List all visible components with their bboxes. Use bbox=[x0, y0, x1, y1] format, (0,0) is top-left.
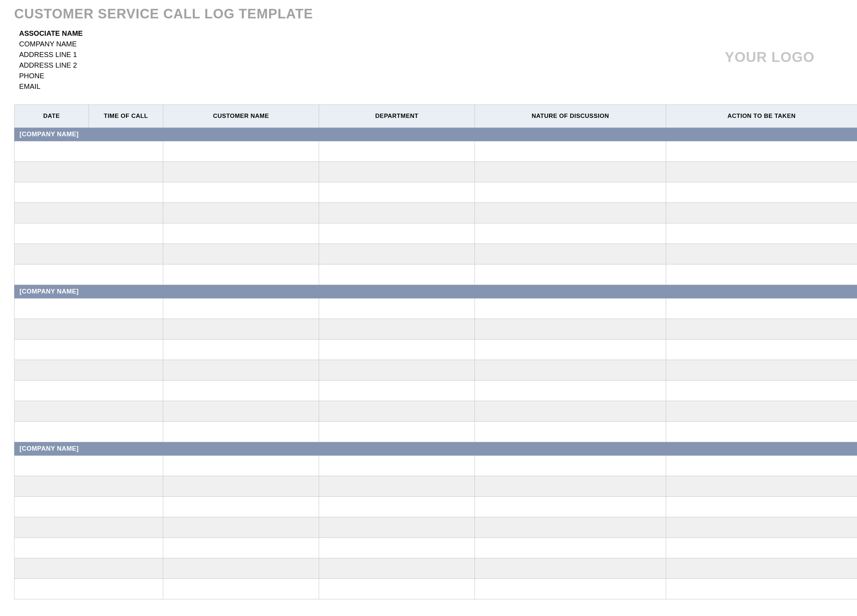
input-nature[interactable] bbox=[478, 245, 664, 263]
cell-action[interactable] bbox=[666, 538, 857, 558]
cell-nature[interactable] bbox=[475, 223, 666, 244]
input-customer[interactable] bbox=[167, 539, 317, 557]
input-action[interactable] bbox=[670, 361, 855, 379]
input-date[interactable] bbox=[18, 320, 87, 338]
input-date[interactable] bbox=[18, 518, 87, 536]
cell-dept[interactable] bbox=[319, 223, 475, 244]
cell-dept[interactable] bbox=[319, 298, 475, 319]
cell-customer[interactable] bbox=[163, 538, 319, 558]
input-customer[interactable] bbox=[167, 142, 317, 161]
input-nature[interactable] bbox=[478, 559, 664, 577]
input-customer[interactable] bbox=[167, 266, 317, 284]
input-time[interactable] bbox=[93, 266, 161, 284]
cell-customer[interactable] bbox=[163, 340, 319, 360]
cell-time[interactable] bbox=[89, 381, 163, 401]
input-customer[interactable] bbox=[167, 518, 317, 536]
cell-date[interactable] bbox=[14, 319, 89, 340]
cell-nature[interactable] bbox=[475, 558, 666, 579]
input-date[interactable] bbox=[18, 300, 87, 318]
cell-nature[interactable] bbox=[475, 298, 666, 319]
input-customer[interactable] bbox=[167, 224, 317, 242]
cell-nature[interactable] bbox=[475, 381, 666, 401]
cell-action[interactable] bbox=[666, 264, 857, 285]
cell-date[interactable] bbox=[14, 162, 89, 182]
input-action[interactable] bbox=[670, 402, 855, 420]
cell-date[interactable] bbox=[14, 579, 89, 599]
cell-action[interactable] bbox=[666, 360, 857, 381]
input-action[interactable] bbox=[670, 266, 855, 284]
input-nature[interactable] bbox=[478, 518, 664, 536]
cell-time[interactable] bbox=[89, 579, 163, 599]
cell-nature[interactable] bbox=[475, 579, 666, 599]
input-action[interactable] bbox=[670, 457, 855, 475]
cell-nature[interactable] bbox=[475, 141, 666, 162]
input-nature[interactable] bbox=[478, 266, 664, 284]
cell-nature[interactable] bbox=[475, 162, 666, 182]
cell-time[interactable] bbox=[89, 421, 163, 442]
input-dept[interactable] bbox=[323, 457, 472, 475]
input-action[interactable] bbox=[670, 184, 855, 201]
input-date[interactable] bbox=[18, 266, 87, 284]
cell-time[interactable] bbox=[89, 141, 163, 162]
input-dept[interactable] bbox=[323, 142, 472, 161]
input-nature[interactable] bbox=[478, 457, 664, 475]
cell-action[interactable] bbox=[666, 244, 857, 264]
cell-customer[interactable] bbox=[163, 579, 319, 599]
input-customer[interactable] bbox=[167, 184, 317, 201]
input-time[interactable] bbox=[93, 204, 161, 222]
cell-customer[interactable] bbox=[163, 421, 319, 442]
input-action[interactable] bbox=[670, 320, 855, 338]
input-customer[interactable] bbox=[167, 423, 317, 441]
input-dept[interactable] bbox=[323, 361, 472, 379]
cell-nature[interactable] bbox=[475, 476, 666, 497]
input-dept[interactable] bbox=[323, 518, 472, 536]
cell-customer[interactable] bbox=[163, 497, 319, 517]
cell-dept[interactable] bbox=[319, 455, 475, 476]
input-customer[interactable] bbox=[167, 361, 317, 379]
cell-time[interactable] bbox=[89, 264, 163, 285]
cell-time[interactable] bbox=[89, 203, 163, 223]
cell-time[interactable] bbox=[89, 558, 163, 579]
cell-time[interactable] bbox=[89, 476, 163, 497]
input-date[interactable] bbox=[18, 457, 87, 475]
input-nature[interactable] bbox=[478, 423, 664, 441]
cell-customer[interactable] bbox=[163, 223, 319, 244]
cell-date[interactable] bbox=[14, 298, 89, 319]
input-action[interactable] bbox=[670, 381, 855, 400]
cell-dept[interactable] bbox=[319, 360, 475, 381]
input-action[interactable] bbox=[670, 498, 855, 516]
input-time[interactable] bbox=[93, 341, 161, 359]
input-nature[interactable] bbox=[478, 477, 664, 495]
input-date[interactable] bbox=[18, 477, 87, 495]
cell-action[interactable] bbox=[666, 579, 857, 599]
cell-date[interactable] bbox=[14, 455, 89, 476]
input-time[interactable] bbox=[93, 224, 161, 242]
cell-action[interactable] bbox=[666, 455, 857, 476]
cell-action[interactable] bbox=[666, 497, 857, 517]
input-date[interactable] bbox=[18, 245, 87, 263]
cell-time[interactable] bbox=[89, 401, 163, 421]
input-dept[interactable] bbox=[323, 477, 472, 495]
cell-customer[interactable] bbox=[163, 319, 319, 340]
input-date[interactable] bbox=[18, 341, 87, 359]
input-date[interactable] bbox=[18, 580, 87, 598]
input-nature[interactable] bbox=[478, 224, 664, 242]
input-dept[interactable] bbox=[323, 381, 472, 400]
input-time[interactable] bbox=[93, 320, 161, 338]
input-time[interactable] bbox=[93, 163, 161, 181]
cell-nature[interactable] bbox=[475, 244, 666, 264]
cell-nature[interactable] bbox=[475, 538, 666, 558]
input-customer[interactable] bbox=[167, 381, 317, 400]
input-action[interactable] bbox=[670, 539, 855, 557]
cell-dept[interactable] bbox=[319, 244, 475, 264]
input-action[interactable] bbox=[670, 245, 855, 263]
cell-date[interactable] bbox=[14, 497, 89, 517]
cell-time[interactable] bbox=[89, 455, 163, 476]
input-customer[interactable] bbox=[167, 457, 317, 475]
cell-customer[interactable] bbox=[163, 203, 319, 223]
cell-customer[interactable] bbox=[163, 162, 319, 182]
input-nature[interactable] bbox=[478, 163, 664, 181]
cell-date[interactable] bbox=[14, 244, 89, 264]
cell-customer[interactable] bbox=[163, 517, 319, 538]
cell-date[interactable] bbox=[14, 223, 89, 244]
